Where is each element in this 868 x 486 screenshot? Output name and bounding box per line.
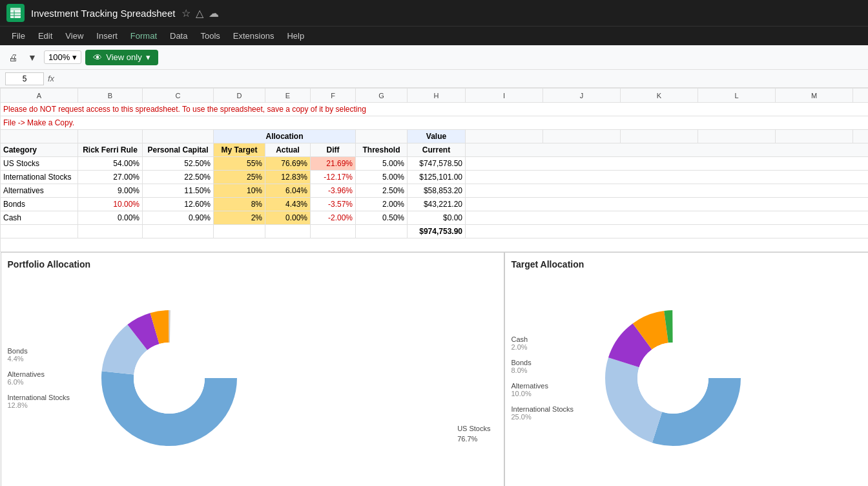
menu-view[interactable]: View bbox=[60, 30, 88, 42]
menu-format[interactable]: Format bbox=[125, 30, 162, 42]
cell-f6: -12.17% bbox=[311, 171, 356, 184]
cell-d8: 8% bbox=[214, 198, 265, 211]
cell-c10 bbox=[143, 225, 214, 238]
portfolio-allocation-chart: Portfolio Allocation Bonds 4.4% bbox=[1, 252, 504, 486]
cell-c5: 52.50% bbox=[143, 157, 214, 171]
charts-cell: Portfolio Allocation Bonds 4.4% bbox=[1, 252, 869, 487]
col-header-d[interactable]: D bbox=[214, 89, 265, 103]
cell-c9: 0.90% bbox=[143, 211, 214, 225]
cell-c3 bbox=[143, 130, 214, 143]
menu-insert[interactable]: Insert bbox=[91, 30, 123, 42]
cell-c7: 11.50% bbox=[143, 184, 214, 198]
cell-h10: $974,753.90 bbox=[408, 225, 466, 238]
col-header-n[interactable]: N bbox=[853, 89, 869, 103]
portfolio-donut bbox=[92, 301, 247, 456]
cell-threshold-header: Threshold bbox=[356, 143, 408, 157]
cell-empty-7 bbox=[466, 184, 869, 198]
spreadsheet-container: A B C D E F G H I J K L M N O bbox=[0, 88, 868, 486]
cell-reference[interactable]: 5 bbox=[5, 72, 44, 85]
row-7: Alternatives 9.00% 11.50% 10% 6.04% -3.9… bbox=[1, 184, 869, 198]
cell-g3 bbox=[356, 130, 408, 143]
cell-a3 bbox=[1, 130, 78, 143]
print-icon[interactable]: 🖨 bbox=[5, 50, 21, 65]
target-legend-intl: International Stocks 25.0% bbox=[512, 405, 589, 421]
app-icon bbox=[6, 4, 25, 22]
cell-f7: -3.96% bbox=[311, 184, 356, 198]
cell-g9: 0.50% bbox=[356, 211, 408, 225]
cell-e9: 0.00% bbox=[265, 211, 311, 225]
row-4: Category Rick Ferri Rule Personal Capita… bbox=[1, 143, 869, 157]
star-icon[interactable]: ☆ bbox=[181, 7, 191, 19]
filter-icon[interactable]: ▼ bbox=[25, 50, 40, 65]
menu-help[interactable]: Help bbox=[282, 30, 309, 42]
cell-c8: 12.60% bbox=[143, 198, 214, 211]
zoom-select[interactable]: 100% ▾ bbox=[44, 50, 81, 64]
menu-file[interactable]: File bbox=[6, 30, 30, 42]
col-header-h[interactable]: H bbox=[408, 89, 466, 103]
target-allocation-chart: Target Allocation Cash 2.0% bbox=[504, 252, 869, 486]
target-legend-alternatives: Alternatives 10.0% bbox=[512, 382, 589, 397]
menu-data[interactable]: Data bbox=[165, 30, 192, 42]
formula-bar: 5 fx bbox=[0, 70, 868, 88]
row-2: File -> Make a Copy. bbox=[1, 116, 869, 130]
col-header-k[interactable]: K bbox=[621, 89, 698, 103]
view-only-label: View only bbox=[106, 52, 141, 62]
cell-n3 bbox=[853, 130, 869, 143]
cell-e10 bbox=[265, 225, 311, 238]
col-header-l[interactable]: L bbox=[698, 89, 776, 103]
row-8: Bonds 10.00% 12.60% 8% 4.43% -3.57% 2.00… bbox=[1, 198, 869, 211]
notice-line2: File -> Make a Copy. bbox=[3, 118, 74, 127]
cell-a10 bbox=[1, 225, 78, 238]
svg-point-16 bbox=[637, 343, 708, 414]
col-header-m[interactable]: M bbox=[776, 89, 853, 103]
cell-category-header: Category bbox=[1, 143, 78, 157]
cell-b10 bbox=[78, 225, 143, 238]
cell-value-header: Value bbox=[408, 130, 466, 143]
col-header-b[interactable]: B bbox=[78, 89, 143, 103]
target-legend-cash: Cash 2.0% bbox=[512, 335, 589, 351]
eye-icon: 👁 bbox=[93, 52, 102, 63]
menu-extensions[interactable]: Extensions bbox=[228, 30, 280, 42]
cell-a6: International Stocks bbox=[1, 171, 78, 184]
col-header-f[interactable]: F bbox=[311, 89, 356, 103]
cell-h8: $43,221.20 bbox=[408, 198, 466, 211]
portfolio-legend-intl: International Stocks 12.8% bbox=[8, 394, 85, 409]
col-header-e[interactable]: E bbox=[265, 89, 311, 103]
col-header-c[interactable]: C bbox=[143, 89, 214, 103]
cell-l3 bbox=[698, 130, 776, 143]
cell-a7: Alternatives bbox=[1, 184, 78, 198]
col-header-g[interactable]: G bbox=[356, 89, 408, 103]
target-chart-title: Target Allocation bbox=[512, 259, 869, 269]
col-header-a[interactable]: A bbox=[1, 89, 78, 103]
portfolio-chart-inner: Bonds 4.4% Alternatives 6.0% bbox=[8, 275, 497, 481]
menu-edit[interactable]: Edit bbox=[33, 30, 57, 42]
cell-f5: 21.69% bbox=[311, 157, 356, 171]
cell-h5: $747,578.50 bbox=[408, 157, 466, 171]
cell-a5: US Stocks bbox=[1, 157, 78, 171]
cell-f9: -2.00% bbox=[311, 211, 356, 225]
cell-d10 bbox=[214, 225, 265, 238]
cell-g8: 2.00% bbox=[356, 198, 408, 211]
row-11 bbox=[1, 238, 869, 252]
portfolio-donut-svg bbox=[92, 301, 247, 456]
portfolio-chart-title: Portfolio Allocation bbox=[8, 259, 497, 269]
charts-row: Portfolio Allocation Bonds 4.4% bbox=[1, 252, 869, 486]
cloud-icon: △ bbox=[196, 7, 203, 19]
menu-bar: File Edit View Insert Format Data Tools … bbox=[0, 26, 868, 45]
target-legend-left: Cash 2.0% Bonds 8.0% bbox=[512, 335, 595, 421]
col-header-j[interactable]: J bbox=[543, 89, 621, 103]
cell-empty-headers bbox=[466, 143, 869, 157]
formula-input[interactable] bbox=[58, 74, 863, 83]
cell-current-header: Current bbox=[408, 143, 466, 157]
menu-tools[interactable]: Tools bbox=[195, 30, 225, 42]
cell-empty-10 bbox=[466, 225, 869, 238]
cell-g6: 5.00% bbox=[356, 171, 408, 184]
svg-rect-0 bbox=[10, 10, 21, 18]
grid-area[interactable]: A B C D E F G H I J K L M N O bbox=[0, 88, 868, 486]
fx-label: fx bbox=[48, 74, 54, 83]
view-only-button[interactable]: 👁 View only ▾ bbox=[85, 50, 158, 65]
zoom-arrow: ▾ bbox=[72, 52, 77, 62]
toolbar: 🖨 ▼ 100% ▾ 👁 View only ▾ bbox=[0, 45, 868, 70]
col-header-i[interactable]: I bbox=[466, 89, 543, 103]
top-bar: Investment Tracking Spreadsheet ☆ △ ☁ bbox=[0, 0, 868, 26]
